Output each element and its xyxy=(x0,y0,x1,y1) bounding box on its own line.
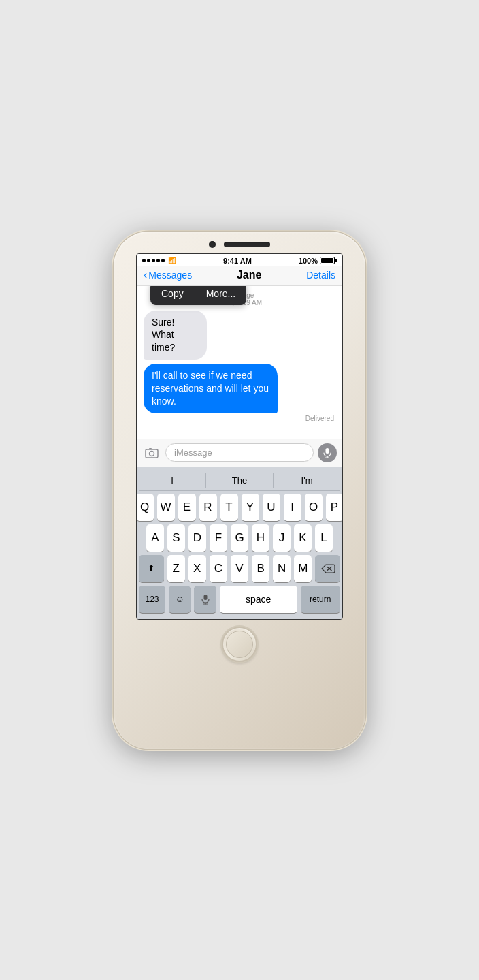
status-right: 100% xyxy=(299,257,337,265)
key-c[interactable]: C xyxy=(210,555,227,582)
input-bar: iMessage xyxy=(137,439,342,467)
message-input[interactable]: iMessage xyxy=(165,443,314,462)
svg-point-1 xyxy=(150,451,154,456)
keyboard-mic-key[interactable] xyxy=(194,586,216,613)
phone-top-bar xyxy=(114,232,365,248)
key-r[interactable]: R xyxy=(199,494,217,521)
autocomplete-word-2[interactable]: The xyxy=(206,473,274,488)
keyboard-row-2: A S D F G H J K L xyxy=(139,524,340,552)
key-m[interactable]: M xyxy=(294,555,312,582)
key-v[interactable]: V xyxy=(231,555,248,582)
autocomplete-bar: I The I'm xyxy=(139,471,340,491)
status-bar: 📶 9:41 AM 100% xyxy=(137,254,342,266)
details-button[interactable]: Details xyxy=(306,270,335,281)
keyboard-row-3: ⬆ Z X C V B N M xyxy=(139,555,340,582)
received-bubble-wrapper: Copy More... Sure! What time? xyxy=(144,311,233,360)
keyboard-row-4: 123 ☺ space return xyxy=(139,586,340,613)
key-w[interactable]: W xyxy=(157,494,175,521)
key-t[interactable]: T xyxy=(220,494,238,521)
key-o[interactable]: O xyxy=(305,494,323,521)
key-l[interactable]: L xyxy=(315,524,333,552)
key-n[interactable]: N xyxy=(273,555,291,582)
numbers-key[interactable]: 123 xyxy=(139,586,165,613)
key-u[interactable]: U xyxy=(263,494,280,521)
nav-title: Jane xyxy=(237,269,261,281)
wifi-icon: 📶 xyxy=(168,257,176,264)
key-h[interactable]: H xyxy=(252,524,269,552)
signal-dot-1 xyxy=(142,259,146,262)
phone-screen: 📶 9:41 AM 100% ‹ Messages Jane Details xyxy=(136,253,343,620)
delete-key[interactable] xyxy=(315,555,340,582)
battery-pct: 100% xyxy=(299,257,318,265)
svg-rect-8 xyxy=(203,595,207,600)
autocomplete-word-1[interactable]: I xyxy=(139,473,206,488)
autocomplete-word-3[interactable]: I'm xyxy=(274,473,340,488)
copy-menu-item[interactable]: Copy xyxy=(150,286,195,305)
signal-dots xyxy=(142,259,165,262)
status-time: 9:41 AM xyxy=(223,257,252,265)
key-j[interactable]: J xyxy=(273,524,291,552)
signal-dot-3 xyxy=(152,259,155,262)
camera-button[interactable] xyxy=(142,443,161,462)
sent-message-row: I'll call to see if we need reservations… xyxy=(144,364,335,422)
received-message-row: Copy More... Sure! What time? xyxy=(144,311,335,360)
back-button[interactable]: ‹ Messages xyxy=(144,269,192,281)
shift-key[interactable]: ⬆ xyxy=(139,555,164,582)
key-y[interactable]: Y xyxy=(242,494,259,521)
front-camera xyxy=(209,241,216,248)
signal-dot-2 xyxy=(147,259,150,262)
battery-body xyxy=(320,257,335,264)
key-f[interactable]: F xyxy=(210,524,227,552)
battery-fill xyxy=(321,258,333,263)
key-b[interactable]: B xyxy=(252,555,269,582)
key-k[interactable]: K xyxy=(294,524,312,552)
key-d[interactable]: D xyxy=(188,524,206,552)
keyboard: I The I'm Q W E R T Y U I O P A S D xyxy=(137,467,342,619)
key-z[interactable]: Z xyxy=(167,555,185,582)
key-g[interactable]: G xyxy=(231,524,248,552)
phone-device: 📶 9:41 AM 100% ‹ Messages Jane Details xyxy=(114,232,365,749)
nav-bar: ‹ Messages Jane Details xyxy=(137,266,342,286)
chevron-left-icon: ‹ xyxy=(144,269,147,281)
context-menu[interactable]: Copy More... xyxy=(150,286,246,305)
svg-rect-2 xyxy=(149,448,152,449)
signal-dot-4 xyxy=(156,259,160,262)
keyboard-row-1: Q W E R T Y U I O P xyxy=(139,494,340,521)
home-button-inner xyxy=(226,631,253,658)
messages-area: iMessage Today 9:39 AM Copy More... Sure… xyxy=(137,286,342,439)
home-button[interactable] xyxy=(222,627,257,662)
battery-icon xyxy=(320,257,337,264)
back-label: Messages xyxy=(148,270,192,281)
key-q[interactable]: Q xyxy=(136,494,154,521)
key-e[interactable]: E xyxy=(178,494,196,521)
key-p[interactable]: P xyxy=(326,494,344,521)
battery-tip xyxy=(335,259,337,262)
speaker-grille xyxy=(224,242,270,247)
svg-rect-3 xyxy=(326,448,329,454)
key-s[interactable]: S xyxy=(167,524,185,552)
sent-bubble-wrapper: I'll call to see if we need reservations… xyxy=(144,364,335,422)
key-x[interactable]: X xyxy=(188,555,206,582)
key-a[interactable]: A xyxy=(146,524,164,552)
status-left: 📶 xyxy=(142,257,176,264)
sent-bubble[interactable]: I'll call to see if we need reservations… xyxy=(144,364,278,413)
received-bubble[interactable]: Sure! What time? xyxy=(144,311,207,360)
emoji-key[interactable]: ☺ xyxy=(169,586,191,613)
delivered-label: Delivered xyxy=(144,415,334,422)
space-key[interactable]: space xyxy=(220,586,297,613)
signal-dot-5 xyxy=(161,259,165,262)
return-key[interactable]: return xyxy=(301,586,340,613)
more-menu-item[interactable]: More... xyxy=(195,286,247,305)
key-i[interactable]: I xyxy=(284,494,301,521)
mic-button[interactable] xyxy=(318,443,337,462)
